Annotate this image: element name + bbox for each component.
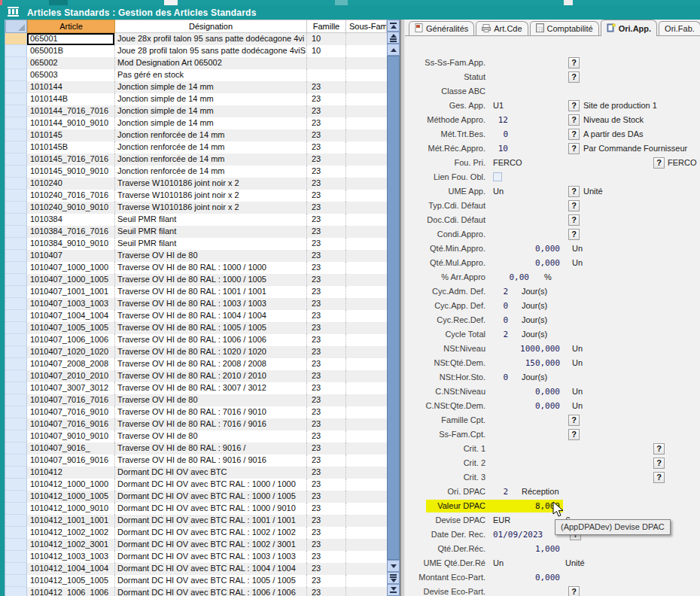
scroll-down-button[interactable] — [387, 560, 400, 572]
cell-sous-famille[interactable] — [346, 334, 387, 346]
cell-sous-famille[interactable] — [346, 45, 387, 57]
row-selector[interactable] — [5, 346, 27, 358]
cell-article[interactable]: 1010412_1006_1006 — [27, 587, 115, 596]
table-row[interactable]: 1010412_1006_1006 Dormant DC HI OV avec … — [5, 587, 387, 596]
table-row[interactable]: 1010240 Traverse W1010186 joint noir x 2… — [5, 178, 387, 190]
cell-sous-famille[interactable] — [346, 250, 387, 262]
field-value[interactable]: 0,000 — [503, 256, 560, 270]
cell-article[interactable]: 065002 — [27, 57, 115, 69]
table-row[interactable]: 1010407_2010_2010 Traverse OV HI de 80 R… — [5, 370, 387, 382]
tab-comptabilite[interactable]: Comptabilité — [530, 21, 599, 35]
cell-article[interactable]: 1010407_1000_1005 — [27, 274, 115, 286]
row-selector[interactable] — [5, 358, 27, 370]
row-selector[interactable] — [5, 105, 27, 117]
table-row[interactable]: 1010412_1000_9010 Dormant DC HI OV avec … — [5, 503, 387, 515]
cell-designation[interactable]: Traverse OV HI de 80 RAL : 9016 / — [115, 442, 307, 455]
table-row[interactable]: 1010407_9010_9010 Traverse OV HI de 80 2… — [5, 430, 387, 442]
row-selector[interactable] — [5, 33, 27, 45]
row-selector[interactable] — [5, 503, 27, 515]
cell-famille[interactable]: 23 — [307, 575, 346, 587]
cell-article[interactable]: 1010407_1000_1000 — [27, 262, 115, 274]
table-row[interactable]: 065003 Pas géré en stock — [5, 69, 387, 81]
cell-article[interactable]: 1010240_9010_9010 — [27, 202, 115, 214]
cell-article[interactable]: 1010145B — [27, 141, 115, 154]
cell-sous-famille[interactable] — [346, 298, 387, 310]
scroll-up-button[interactable] — [387, 44, 400, 56]
field-value[interactable]: 10 — [493, 141, 508, 156]
row-selector[interactable] — [5, 141, 27, 154]
cell-designation[interactable]: Jonction renforcée de 14 mm — [115, 154, 307, 166]
field-value[interactable]: Un — [493, 556, 504, 570]
cell-famille[interactable]: 23 — [307, 250, 346, 262]
cell-designation[interactable]: Traverse OV HI de 80 RAL : 1005 / 1005 — [115, 322, 307, 334]
cell-designation[interactable]: Traverse OV HI de 80 RAL : 1003 / 1003 — [115, 298, 307, 310]
cell-article[interactable]: 065003 — [27, 69, 115, 81]
cell-sous-famille[interactable] — [346, 129, 387, 141]
cell-famille[interactable]: 23 — [307, 226, 346, 238]
table-row[interactable]: 1010407_7016_9016 Traverse OV HI de 80 R… — [5, 418, 387, 430]
row-selector[interactable] — [5, 370, 27, 382]
table-vertical-scrollbar[interactable] — [387, 20, 400, 596]
cell-sous-famille[interactable] — [346, 491, 387, 503]
row-selector[interactable] — [5, 587, 27, 596]
cell-designation[interactable]: Seuil PMR filant — [115, 226, 307, 238]
table-row[interactable]: 1010407_1005_1005 Traverse OV HI de 80 R… — [5, 322, 387, 334]
cell-article[interactable]: 1010407_7016_9010 — [27, 406, 115, 418]
cell-article[interactable]: 1010412_1000_1000 — [27, 479, 115, 491]
cell-article[interactable]: 1010407_3007_3012 — [27, 382, 115, 394]
cell-famille[interactable]: 23 — [307, 262, 346, 274]
cell-article[interactable]: 1010384_9010_9010 — [27, 238, 115, 250]
table-row[interactable]: 1010145_7016_7016 Jonction renforcée de … — [5, 154, 387, 166]
table-row[interactable]: 1010407 Traverse OV HI de 80 23 — [5, 250, 387, 262]
cell-article[interactable]: 1010144 — [27, 81, 115, 93]
cell-famille[interactable]: 23 — [307, 166, 346, 178]
cell-famille[interactable]: 23 — [307, 346, 346, 358]
field-value[interactable]: EUR — [493, 513, 510, 528]
cell-designation[interactable]: Traverse OV HI de 80 RAL : 1004 / 1004 — [115, 310, 307, 322]
row-selector[interactable] — [5, 467, 27, 479]
row-selector[interactable] — [5, 178, 27, 190]
lookup-button[interactable]: ? — [568, 200, 580, 211]
cell-famille[interactable]: 23 — [307, 214, 346, 226]
table-row[interactable]: 1010240_9010_9010 Traverse W1010186 join… — [5, 202, 387, 214]
cell-sous-famille[interactable] — [346, 551, 387, 563]
cell-sous-famille[interactable] — [346, 154, 387, 166]
cell-article[interactable]: 1010407_1006_1006 — [27, 334, 115, 346]
row-selector[interactable] — [5, 93, 27, 105]
cell-designation[interactable]: Dormant DC HI OV avec BTC RAL : 1002 / 1… — [115, 527, 307, 539]
cell-sous-famille[interactable] — [346, 262, 387, 274]
cell-famille[interactable]: 23 — [307, 202, 346, 214]
cell-designation[interactable]: Traverse OV HI de 80 RAL : 1000 / 1005 — [115, 274, 307, 286]
cell-designation[interactable]: Jonction simple de 14 mm — [115, 93, 307, 105]
cell-designation[interactable]: Traverse W1010186 joint noir x 2 — [115, 178, 307, 190]
row-selector[interactable] — [5, 214, 27, 226]
cell-sous-famille[interactable] — [346, 274, 387, 286]
row-selector[interactable] — [5, 57, 27, 69]
cell-article[interactable]: 1010407_1001_1001 — [27, 286, 115, 298]
cell-famille[interactable]: 23 — [307, 358, 346, 370]
cell-famille[interactable]: 23 — [307, 418, 346, 430]
cell-sous-famille[interactable] — [346, 81, 387, 93]
cell-sous-famille[interactable] — [346, 430, 387, 442]
field-value[interactable]: 0 — [493, 370, 508, 385]
table-row[interactable]: 1010407_1006_1006 Traverse OV HI de 80 R… — [5, 334, 387, 346]
table-row[interactable]: 1010144_7016_7016 Jonction simple de 14 … — [5, 105, 387, 117]
table-row[interactable]: 1010384 Seuil PMR filant 23 — [5, 214, 387, 226]
cell-sous-famille[interactable] — [346, 57, 387, 69]
cell-sous-famille[interactable] — [346, 238, 387, 250]
cell-article[interactable]: 1010412 — [27, 467, 115, 479]
cell-designation[interactable]: Dormant DC HI OV avec BTC RAL : 1000 / 1… — [115, 479, 307, 491]
row-selector[interactable] — [5, 442, 27, 455]
field-value[interactable]: 0 — [493, 127, 508, 141]
row-selector[interactable] — [5, 575, 27, 587]
select-all-corner[interactable] — [5, 20, 27, 33]
cell-sous-famille[interactable] — [346, 190, 387, 202]
lookup-button[interactable]: ? — [568, 429, 580, 440]
cell-article[interactable]: 1010412_1002_1002 — [27, 527, 115, 539]
cell-article[interactable]: 1010384_7016_7016 — [27, 226, 115, 238]
cell-sous-famille[interactable] — [346, 442, 387, 455]
cell-famille[interactable]: 23 — [307, 286, 346, 298]
row-selector[interactable] — [5, 418, 27, 430]
table-row[interactable]: 1010412_1001_1001 Dormant DC HI OV avec … — [5, 515, 387, 527]
lien-fou-obl-checkbox[interactable] — [493, 172, 502, 181]
